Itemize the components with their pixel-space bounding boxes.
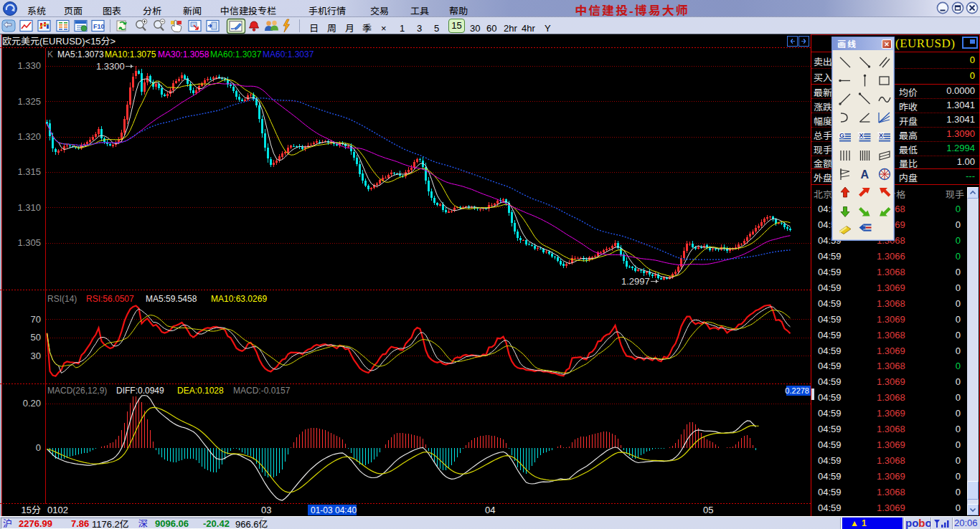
svg-text:1.315: 1.315: [17, 166, 41, 177]
svg-text:03: 03: [261, 505, 271, 515]
svg-text:G: G: [839, 132, 844, 139]
svg-text:RSI(14): RSI(14): [47, 294, 77, 304]
svg-text:1.305: 1.305: [17, 237, 41, 248]
svg-text:1.3300: 1.3300: [96, 61, 125, 72]
svg-text:MA60:1.3037: MA60:1.3037: [210, 49, 262, 59]
svg-text:MA5:59.5458: MA5:59.5458: [146, 294, 197, 304]
svg-text:1.2997: 1.2997: [621, 276, 650, 287]
svg-text:欧元美元(EURUSD)<15分>: 欧元美元(EURUSD)<15分>: [2, 36, 116, 47]
svg-text:K: K: [47, 49, 53, 59]
svg-text:X: X: [879, 132, 883, 139]
svg-text:RSI:56.0507: RSI:56.0507: [86, 294, 134, 304]
svg-text:X: X: [859, 132, 864, 139]
svg-text:0.2278: 0.2278: [785, 386, 809, 395]
svg-text:MA5:1.3073: MA5:1.3073: [57, 49, 104, 59]
svg-text:DIFF:0.0949: DIFF:0.0949: [116, 386, 164, 396]
svg-text:MA30:1.3058: MA30:1.3058: [158, 49, 209, 59]
svg-text:15分: 15分: [22, 505, 41, 515]
svg-text:MACD(26,12,9): MACD(26,12,9): [47, 386, 107, 396]
svg-text:0: 0: [36, 442, 41, 453]
svg-text:A: A: [861, 168, 870, 181]
svg-text:MA60:1.3037: MA60:1.3037: [263, 49, 314, 59]
svg-text:01-03 04:40: 01-03 04:40: [311, 505, 357, 515]
svg-text:1.330: 1.330: [17, 60, 41, 71]
svg-text:30: 30: [31, 351, 41, 361]
svg-text:0.20: 0.20: [23, 398, 41, 409]
svg-text:1.325: 1.325: [17, 96, 41, 107]
svg-text:MA10:1.3075: MA10:1.3075: [105, 49, 156, 59]
svg-text:DEA:0.1028: DEA:0.1028: [177, 386, 224, 396]
svg-text:1.320: 1.320: [17, 131, 41, 142]
svg-text:MACD:-0.0157: MACD:-0.0157: [233, 386, 291, 396]
svg-text:50: 50: [31, 332, 41, 343]
svg-text:MA10:63.0269: MA10:63.0269: [211, 294, 267, 304]
svg-text:1.310: 1.310: [17, 202, 41, 213]
svg-text:0102: 0102: [47, 505, 68, 515]
svg-text:F10: F10: [93, 23, 105, 30]
svg-text:70: 70: [31, 314, 41, 325]
svg-text:05: 05: [703, 505, 713, 515]
svg-text:04: 04: [485, 505, 495, 515]
